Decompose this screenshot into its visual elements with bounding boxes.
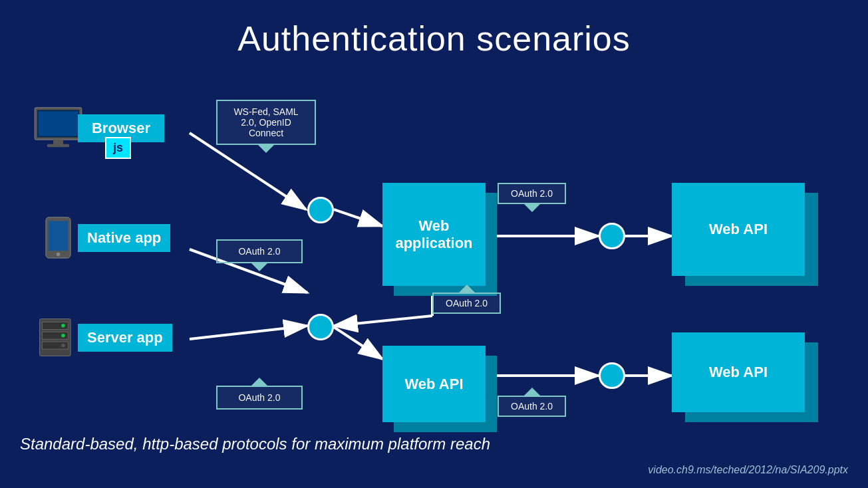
browser-icon bbox=[33, 106, 83, 150]
oauth-top-right-box: OAuth 2.0 bbox=[498, 183, 566, 204]
diagram-area: Browser js Native app Server app WS-Fed,… bbox=[20, 80, 845, 439]
svg-rect-16 bbox=[53, 140, 63, 144]
oauth-middle-right-box: OAuth 2.0 bbox=[432, 293, 501, 314]
web-application-box: Web application bbox=[382, 183, 486, 286]
bottom-right-node bbox=[599, 362, 625, 389]
svg-line-9 bbox=[334, 327, 382, 359]
native-app-label: Native app bbox=[78, 224, 170, 252]
svg-point-25 bbox=[61, 324, 65, 328]
top-web-api-box: Web API bbox=[672, 183, 805, 276]
web-api-center-box: Web API bbox=[382, 346, 486, 422]
svg-point-26 bbox=[61, 334, 65, 338]
native-app-icon bbox=[33, 216, 83, 259]
wsfed-protocol-box: WS-Fed, SAML 2.0, OpenID Connect bbox=[216, 100, 316, 145]
svg-line-3 bbox=[190, 326, 307, 339]
oauth-bottom-box: OAuth 2.0 bbox=[216, 386, 303, 410]
credit-text: video.ch9.ms/teched/2012/na/SIA209.pptx bbox=[648, 464, 848, 476]
svg-rect-17 bbox=[47, 144, 69, 148]
oauth-bottom-right-box: OAuth 2.0 bbox=[498, 396, 566, 417]
oauth-middle-box: OAuth 2.0 bbox=[216, 239, 303, 263]
bottom-web-api-box: Web API bbox=[672, 332, 805, 412]
svg-point-20 bbox=[57, 253, 61, 257]
browser-item: Browser js bbox=[33, 106, 164, 150]
bottom-text: Standard-based, http-based protocols for… bbox=[20, 435, 490, 453]
svg-line-8 bbox=[334, 316, 432, 326]
page-title: Authentication scenarios bbox=[0, 0, 868, 59]
svg-line-4 bbox=[334, 209, 382, 226]
svg-point-27 bbox=[61, 344, 65, 348]
top-center-node bbox=[307, 197, 334, 223]
top-right-node bbox=[599, 223, 625, 249]
svg-rect-15 bbox=[39, 111, 78, 136]
server-app-item: Server app bbox=[33, 316, 172, 359]
js-badge: js bbox=[105, 137, 131, 159]
bottom-center-node bbox=[307, 314, 334, 340]
svg-rect-19 bbox=[49, 221, 69, 251]
native-app-item: Native app bbox=[33, 216, 170, 259]
server-app-icon bbox=[33, 316, 83, 359]
server-app-label: Server app bbox=[78, 324, 172, 352]
